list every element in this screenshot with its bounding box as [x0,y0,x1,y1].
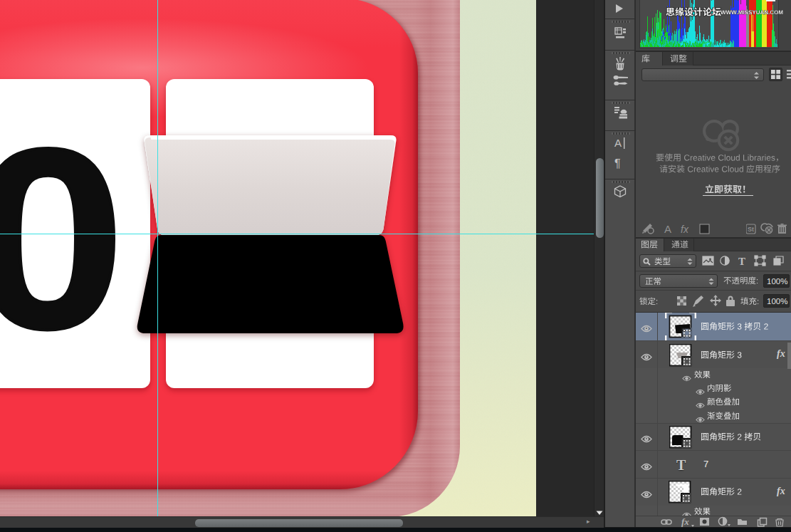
svg-text:fx: fx [681,516,689,527]
svg-text:¶: ¶ [614,157,621,169]
svg-text:A: A [664,223,671,235]
svg-text:fx: fx [681,224,689,235]
svg-text:T: T [738,256,745,267]
svg-text:St: St [748,226,754,233]
svg-text:A: A [614,137,622,149]
